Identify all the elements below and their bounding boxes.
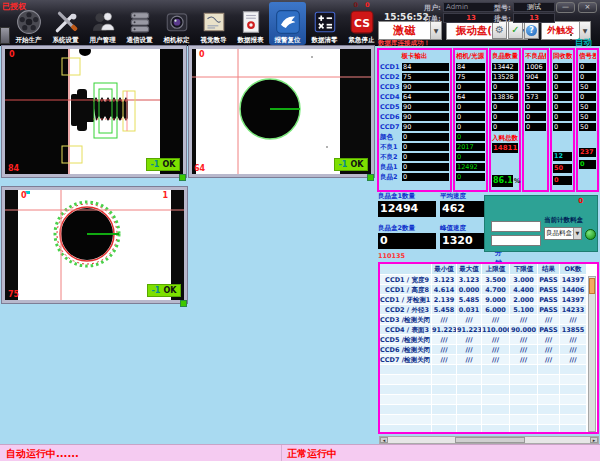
toolbar-button-calculator[interactable]: 数据清零 — [306, 2, 343, 45]
box2-count-label: 良品盒2数量 — [378, 224, 415, 233]
chevron-down-icon[interactable]: ▼ — [430, 22, 441, 39]
stats-row-label: 不良2 — [380, 153, 402, 162]
spacer — [492, 153, 518, 175]
results-cell: 0.031 — [457, 305, 482, 315]
results-cell: /// — [432, 355, 457, 365]
signal-counter: 64 — [194, 164, 205, 173]
empty-cell — [432, 375, 457, 385]
stats-row: 0 — [492, 122, 518, 132]
empty-cell — [457, 375, 482, 385]
stats-value-box: 0 — [492, 103, 518, 111]
resize-handle[interactable] — [179, 174, 186, 181]
stats-row: 0 — [553, 122, 572, 132]
toolbar-button-teach[interactable]: 视觉教导 — [195, 2, 232, 45]
stats-row: 0 — [525, 122, 546, 132]
results-cell: 14406 — [560, 285, 587, 295]
result-badge: -1OK — [147, 284, 181, 297]
stats-column-header: 相机/光源 延时 — [456, 51, 485, 62]
empty-cell — [482, 365, 510, 375]
trigger-dropdown-value: 外触发 — [542, 22, 579, 39]
yield-rate-unit: % — [514, 177, 521, 185]
results-header-cell: 结果 — [538, 264, 560, 275]
toolbar-button-alarm-reset[interactable]: 报警复位 — [269, 2, 306, 45]
stats-row: 0 — [579, 72, 596, 82]
empty-cell — [432, 405, 457, 415]
results-cell: /// — [457, 335, 482, 345]
signal-extra-value: 237 — [579, 148, 596, 157]
results-cell: 5.100 — [510, 305, 538, 315]
results-cell: /// — [432, 335, 457, 345]
results-header-cell: 最大值 — [457, 264, 482, 275]
toolbar-button-label: 通信设置 — [121, 36, 158, 45]
ccd2-camera-view[interactable]: 0 64 -1OK — [189, 46, 374, 177]
stats-value-box: 0 — [456, 173, 485, 181]
toolbar-button-users[interactable]: 用户管理 — [84, 2, 121, 45]
toolbar-button-report[interactable]: 数据报表 — [232, 2, 269, 45]
stats-row-label: CCD2 — [380, 73, 402, 81]
toolbar-button-label: 开始生产 — [10, 36, 47, 45]
toolbar-button-reel[interactable]: 开始生产 — [10, 2, 47, 45]
hopper-panel: 0 当前计数料盒 良品料盒1 ▼ — [484, 195, 598, 252]
result-badge: -1OK — [146, 158, 180, 171]
batch-value: 13 — [513, 13, 555, 23]
check-icon: ✓ — [511, 24, 519, 35]
hopper-input-2[interactable] — [491, 235, 541, 246]
resize-handle[interactable] — [180, 300, 187, 307]
stats-row-label: 良品1 — [380, 163, 402, 172]
minimize-button[interactable]: — — [556, 2, 575, 13]
results-cell: /// — [560, 355, 587, 365]
scrollbar-thumb[interactable] — [455, 437, 525, 443]
scrollbar-thumb[interactable] — [589, 278, 595, 294]
extra-counter: 110135 — [378, 252, 405, 260]
results-cell: 6.000 — [482, 305, 510, 315]
results-header-cell — [380, 264, 432, 275]
stats-value-box: 904 — [525, 73, 546, 81]
stats-value-box: 0 — [579, 73, 596, 81]
stats-row: CCD390 — [380, 82, 449, 92]
results-cell: /// — [538, 355, 560, 365]
empty-cell — [560, 425, 587, 434]
hopper-select[interactable]: 良品料盒1 ▼ — [544, 227, 582, 240]
scroll-right-arrow-icon[interactable]: ▸ — [590, 437, 598, 443]
estop-counter-left: 0 — [353, 1, 358, 9]
stats-value-box: 573 — [525, 93, 546, 101]
app-window: 已授权 开始生产系统设置用户管理通信设置相机标定视觉教导数据报表报警复位数据清零… — [0, 0, 600, 461]
hopper-select-value: 良品料盒1 — [545, 228, 573, 239]
horizontal-scrollbar[interactable]: ◂ ▸ — [379, 436, 599, 444]
table-row: CCD7 /检测关闭////////////////// — [380, 355, 587, 365]
empty-cell — [482, 405, 510, 415]
ccd3-camera-view[interactable]: 0 1 75 -1OK — [2, 187, 187, 303]
stats-value-box: 0 — [456, 123, 485, 131]
results-cell: /// — [482, 345, 510, 355]
toolbar-button-estop[interactable]: 00CS紧急停止 — [343, 2, 380, 45]
resize-handle[interactable] — [367, 174, 374, 181]
stats-column-header: 良品数量 — [492, 51, 518, 62]
ccd1-camera-view[interactable]: 0 84 -1OK — [2, 46, 186, 177]
stats-row: CCD590 — [380, 102, 449, 112]
scroll-left-arrow-icon[interactable]: ◂ — [380, 437, 388, 443]
vertical-scrollbar[interactable] — [588, 276, 596, 432]
verdict-value: OK — [350, 160, 363, 169]
results-cell: /// — [482, 355, 510, 365]
hopper-input-1[interactable] — [491, 221, 541, 232]
stats-row: 不良20 — [380, 152, 449, 162]
chevron-down-icon[interactable]: ▼ — [573, 228, 581, 239]
toolbar-button-comm[interactable]: 通信设置 — [121, 2, 158, 45]
help-button[interactable]: ? — [524, 21, 539, 39]
status-bar: 自动运行中...... 正常运行中 — [0, 444, 600, 461]
stats-row: CCD464 — [380, 92, 449, 102]
table-row: CCD5 /检测关闭////////////////// — [380, 335, 587, 345]
close-button[interactable]: × — [578, 2, 597, 13]
empty-cell — [538, 385, 560, 395]
toolbar-button-tools[interactable]: 系统设置 — [47, 2, 84, 45]
toolbar-button-camera[interactable]: 相机标定 — [158, 2, 195, 45]
results-row-label: CCD6 /检测关闭 — [380, 345, 432, 355]
results-cell: /// — [538, 335, 560, 345]
stats-row: 0 — [456, 102, 485, 112]
stats-value-box: 0 — [525, 123, 546, 131]
stats-value-box: 2017 — [456, 143, 485, 151]
stats-group-1: 板卡输出CCD184CCD275CCD390CCD464CCD590CCD690… — [377, 48, 452, 192]
stats-row: 0 — [456, 172, 485, 182]
results-cell: 2.139 — [432, 295, 457, 305]
signal-extra-value: 0 — [579, 160, 596, 169]
